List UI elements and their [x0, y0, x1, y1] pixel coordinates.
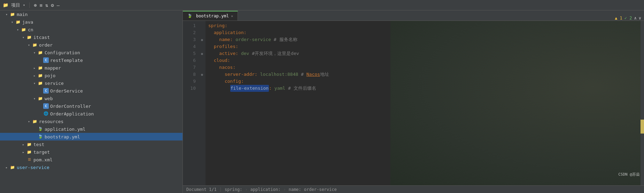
folder-icon-main — [10, 11, 15, 17]
folder-icon-cn — [21, 27, 26, 32]
xml-icon-pom — [26, 157, 32, 162]
globe-icon[interactable]: ⊕ — [34, 2, 37, 8]
code-token: cloud: — [208, 57, 230, 64]
label-itcast: itcast — [33, 35, 50, 40]
label-web: web — [45, 96, 53, 101]
folder-icon-itcast — [26, 34, 32, 40]
gutter-6 — [199, 57, 205, 64]
status-document: Document 1/1 — [186, 187, 217, 192]
yaml-tab-icon — [187, 13, 193, 19]
folder-icon-configuration — [38, 50, 43, 55]
status-spring: spring: — [225, 187, 242, 192]
toolbar-left: 📁 项目 ▾ ⊕ ≡ ⇅ ⚙ — — [3, 2, 60, 8]
code-area[interactable]: spring: application: name: order-service… — [205, 21, 644, 185]
tree-item-service[interactable]: service — [0, 79, 183, 87]
chevron-java — [11, 20, 15, 24]
warning-badge[interactable]: ▲ 1 — [615, 16, 622, 21]
label-pom-xml: pom.xml — [33, 157, 53, 162]
tree-item-order[interactable]: order — [0, 41, 183, 49]
line-num-4: 4 — [183, 43, 196, 50]
list-icon[interactable]: ≡ — [39, 2, 42, 8]
folder-icon-target — [26, 149, 32, 155]
editor-area: bootstrap.yml × ▲ 1 ✓ 2 ∧ ∨ 1 2 3 4 5 6 — [183, 10, 644, 193]
tab-bar-right: ▲ 1 ✓ 2 ∧ ∨ — [615, 16, 644, 21]
status-name: name: — [289, 187, 301, 192]
label-application-yml: application.yml — [45, 127, 85, 132]
ok-badge[interactable]: ✓ 2 — [624, 16, 632, 21]
tree-item-pojo[interactable]: pojo — [0, 72, 183, 79]
gutter — [199, 21, 205, 185]
chevron-test — [22, 143, 26, 146]
chevron-target — [22, 150, 26, 154]
label-user-service: user-service — [17, 165, 49, 170]
tab-bootstrap-yml[interactable]: bootstrap.yml × — [183, 11, 238, 21]
tree-item-java[interactable]: java — [0, 18, 183, 26]
line-num-10: 10 — [183, 85, 196, 92]
tree-item-user-service[interactable]: user-service — [0, 163, 183, 171]
code-line-6: cloud: — [208, 57, 644, 64]
code-token: # — [298, 71, 306, 78]
label-java: java — [22, 19, 33, 25]
tab-close-button[interactable]: × — [231, 14, 233, 18]
status-application: application: — [250, 187, 281, 192]
tree-item-resources[interactable]: resources — [0, 118, 183, 125]
tree-item-order-service[interactable]: OrderService — [0, 87, 183, 95]
code-token: order-service — [235, 36, 271, 43]
tree-item-target[interactable]: target — [0, 148, 183, 156]
label-target: target — [33, 150, 50, 155]
chevron-up-button[interactable]: ∧ — [634, 16, 637, 21]
tree-item-application-yml[interactable]: application.yml — [0, 125, 183, 133]
tree-item-order-controller[interactable]: OrderController — [0, 102, 183, 110]
code-line-7: nacos: — [208, 64, 644, 71]
code-line-2: application: — [208, 29, 644, 36]
folder-icon-java — [15, 19, 21, 25]
tree-item-itcast[interactable]: itcast — [0, 33, 183, 41]
code-line-5: active: dev #开发环境，这里是dev — [208, 50, 644, 57]
toolbar-separator — [29, 2, 30, 8]
code-token: yaml — [274, 85, 285, 92]
tab-filename: bootstrap.yml — [196, 14, 229, 18]
chevron-user-service — [6, 166, 10, 169]
chevron-down-button[interactable]: ∨ — [639, 16, 641, 21]
code-token: name: — [208, 36, 235, 43]
chevron-pojo — [33, 74, 38, 78]
chevron-service — [33, 81, 38, 85]
tree-item-mapper[interactable]: mapper — [0, 64, 183, 72]
folder-icon: 📁 — [3, 2, 8, 8]
sort-icon[interactable]: ⇅ — [45, 2, 48, 8]
gutter-5 — [199, 50, 205, 57]
chevron-itcast — [22, 35, 26, 39]
chevron-mapper — [33, 66, 38, 70]
folder-icon-test — [26, 142, 32, 147]
tree-item-web[interactable]: web — [0, 95, 183, 102]
tree-item-test[interactable]: test — [0, 140, 183, 148]
code-token: #开发环境，这里是dev — [249, 50, 299, 57]
settings-icon[interactable]: ⚙ — [51, 2, 54, 8]
app-icon-order-application — [43, 111, 49, 116]
line-num-1: 1 — [183, 22, 196, 29]
minimize-icon[interactable]: — — [57, 2, 60, 8]
tree-item-cn[interactable]: cn — [0, 26, 183, 33]
tree-item-main[interactable]: main — [0, 10, 183, 18]
line-num-5: 5 — [183, 50, 196, 57]
tree-item-order-application[interactable]: OrderApplication — [0, 110, 183, 118]
line-num-9: 9 — [183, 78, 196, 85]
code-token: : — [269, 85, 274, 92]
gutter-10 — [199, 85, 205, 92]
code-line-8: server-addr: localhost:8848 # Nacos地址 — [208, 71, 644, 78]
yaml-icon-application — [38, 126, 43, 132]
tree-item-rest-template[interactable]: restTemplate — [0, 56, 183, 64]
tree-item-pom-xml[interactable]: pom.xml — [0, 156, 183, 163]
folder-icon-web — [38, 96, 43, 101]
tree-item-bootstrap-yml[interactable]: bootstrap.yml — [0, 133, 183, 140]
code-line-9: config: — [208, 78, 644, 85]
line-numbers: 1 2 3 4 5 6 7 8 9 10 — [183, 21, 199, 185]
label-order-controller: OrderController — [50, 104, 91, 109]
gutter-7 — [199, 64, 205, 71]
code-token: spring: — [208, 22, 227, 29]
tab-bar: bootstrap.yml × ▲ 1 ✓ 2 ∧ ∨ — [183, 10, 644, 21]
tree-item-configuration[interactable]: Configuration — [0, 49, 183, 56]
chevron-down-icon: ▾ — [23, 3, 25, 7]
label-order-application: OrderApplication — [50, 111, 94, 116]
chevron-resources — [28, 120, 32, 123]
